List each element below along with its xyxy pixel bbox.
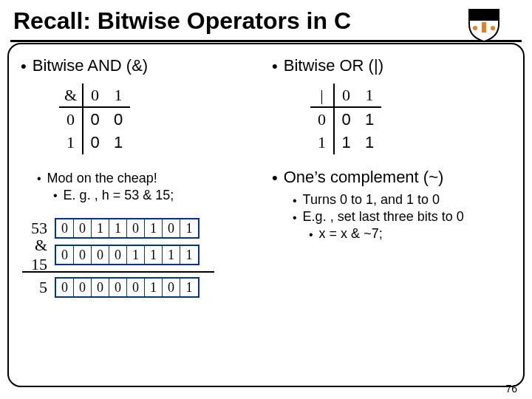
bit: 1 [109,219,127,237]
bullet-icon: • [293,194,297,208]
or-col-1: 1 [358,83,381,107]
bit: 1 [145,279,163,296]
or-truth-table: | 0 1 0 0 1 1 1 1 [310,83,381,154]
or-col-0: 0 [334,83,358,107]
bit: 0 [74,246,92,264]
bitwise-example: 53 0 0 1 1 0 1 0 1 & 15 0 0 0 0 [15,218,266,298]
svg-point-1 [473,26,477,30]
or-row-0: 0 [310,107,334,131]
bit: 1 [180,246,198,264]
bullet-icon: • [21,57,27,76]
or-00: 0 [334,107,358,131]
bullet-icon: • [272,57,278,76]
or-11: 1 [358,131,381,154]
or-heading: •Bitwise OR (|) [272,56,517,76]
bit: 0 [56,279,74,296]
page-number: 76 [505,383,517,395]
bit: 0 [74,219,92,237]
bit: 0 [56,246,74,264]
bits-53: 0 0 1 1 0 1 0 1 [55,218,200,239]
svg-rect-0 [482,22,486,33]
and-op-cell: & [59,83,83,107]
mod-text-2: E. g. , h = 53 & 15; [64,188,174,202]
bits-15: 0 0 0 0 1 1 1 1 [55,245,200,265]
bit: 0 [163,219,180,237]
bit: 0 [56,219,74,237]
right-column: •Bitwise OR (|) | 0 1 0 0 1 1 1 1 •One’s… [266,52,517,384]
and-truth-table: & 0 1 0 0 0 1 0 1 [59,83,130,154]
bit: 1 [92,219,109,237]
or-op-cell: | [310,83,334,107]
bit: 0 [127,219,145,237]
complement-text-3: x = x & ~7; [319,226,383,241]
and-00: 0 [83,107,106,131]
bit: 0 [92,246,109,264]
and-01: 0 [106,107,130,131]
complement-text-2: E.g. , set last three bits to 0 [303,209,464,224]
princeton-shield-icon [466,6,502,43]
or-01: 1 [358,107,381,131]
svg-point-2 [491,26,495,30]
and-heading-text: Bitwise AND (&) [33,56,148,75]
bit: 0 [163,279,180,296]
bit: 0 [92,279,109,296]
bit: 0 [109,246,127,264]
and-col-0: 0 [83,83,106,107]
mod-text-1: Mod on the cheap! [47,171,157,185]
complement-title-text: One’s complement (~) [284,168,444,186]
bullet-icon: • [53,189,58,202]
bullet-icon: • [37,172,41,185]
bullet-icon: • [293,211,297,225]
title-underline [10,40,522,42]
and-10: 0 [83,131,106,154]
mod-example: •E. g. , h = 53 & 15; [53,188,266,203]
or-heading-text: Bitwise OR (|) [284,56,383,75]
complement-heading: •One’s complement (~) [272,168,517,188]
bit: 1 [180,219,198,237]
label-5: 5 [15,278,55,297]
bit: 1 [145,219,163,237]
example-row-5: 5 0 0 0 0 0 1 0 1 [15,277,266,298]
bits-5: 0 0 0 0 0 1 0 1 [55,277,200,298]
bit: 1 [127,246,145,264]
or-row-1: 1 [310,131,334,154]
bit: 1 [180,279,198,296]
complement-line-1: •Turns 0 to 1, and 1 to 0 [293,192,517,208]
bullet-icon: • [309,228,313,242]
bullet-icon: • [272,168,278,188]
example-row-15: & 15 0 0 0 0 1 1 1 1 [15,245,266,265]
and-heading: •Bitwise AND (&) [21,56,266,76]
and-col-1: 1 [106,83,130,107]
bit: 1 [163,246,180,264]
bit: 0 [109,279,127,296]
left-column: •Bitwise AND (&) & 0 1 0 0 0 1 0 1 •Mod … [15,52,266,384]
and-row-0: 0 [59,107,83,131]
bit: 0 [127,279,145,296]
complement-line-3: •x = x & ~7; [309,226,517,242]
complement-line-2: •E.g. , set last three bits to 0 [293,209,517,225]
and-row-1: 1 [59,131,83,154]
mod-bullet: •Mod on the cheap! [37,171,266,186]
or-10: 1 [334,131,358,154]
bit: 0 [74,279,92,296]
complement-text-1: Turns 0 to 1, and 1 to 0 [303,192,440,207]
label-15: & 15 [15,236,55,274]
and-11: 1 [106,131,130,154]
slide-title: Recall: Bitwise Operators in C [13,7,351,35]
bit: 1 [145,246,163,264]
